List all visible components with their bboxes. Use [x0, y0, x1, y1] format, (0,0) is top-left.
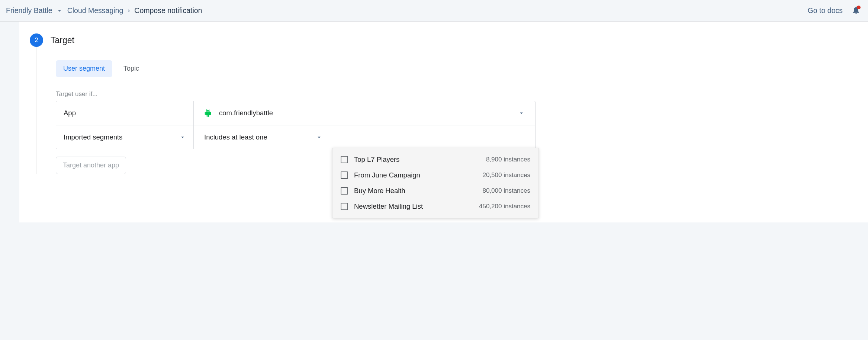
target-conditions: App com.friendlybattle Imported segments [56, 101, 536, 149]
segment-option-count: 80,000 instances [482, 187, 530, 195]
segment-type-label: Imported segments [64, 133, 122, 141]
dropdown-icon [179, 134, 186, 141]
main-panel: 2 Target User segment Topic Target user … [19, 22, 868, 222]
step-body: User segment Topic Target user if... App… [36, 47, 868, 174]
tab-user-segment[interactable]: User segment [56, 60, 112, 77]
dropdown-icon [518, 110, 525, 116]
step-title: Target [51, 35, 74, 45]
segment-option-label: Top L7 Players [354, 155, 480, 164]
notifications-button[interactable] [852, 6, 861, 16]
segment-option[interactable]: Buy More Health 80,000 instances [332, 183, 539, 199]
target-another-app-button[interactable]: Target another app [56, 157, 126, 174]
project-name: Friendly Battle [6, 6, 52, 15]
target-tabs: User segment Topic [56, 60, 868, 77]
docs-link[interactable]: Go to docs [808, 6, 843, 15]
segment-operator-selector[interactable]: Includes at least one Top L7 Players 8,9… [194, 125, 535, 149]
bell-icon [852, 6, 861, 15]
segment-option-label: Newsletter Mailing List [354, 202, 473, 211]
segment-type-selector[interactable]: Imported segments [56, 125, 194, 149]
segment-option-count: 20,500 instances [482, 171, 530, 179]
breadcrumb-service[interactable]: Cloud Messaging [67, 6, 123, 15]
segment-option[interactable]: Top L7 Players 8,900 instances [332, 152, 539, 167]
target-row-app: App com.friendlybattle [56, 101, 535, 125]
android-icon [204, 109, 212, 117]
app-id-value: com.friendlybattle [219, 109, 273, 117]
top-header: Friendly Battle Cloud Messaging › Compos… [0, 0, 868, 22]
segment-option-count: 8,900 instances [486, 156, 530, 163]
app-identity: com.friendlybattle [204, 109, 273, 117]
header-actions: Go to docs [808, 6, 862, 16]
step-heading: 2 Target [19, 33, 868, 47]
target-row-segments: Imported segments Includes at least one … [56, 125, 535, 149]
app-label-cell: App [56, 101, 194, 125]
breadcrumb-separator-icon: › [128, 7, 130, 15]
breadcrumb: Friendly Battle Cloud Messaging › Compos… [6, 6, 808, 15]
project-selector[interactable]: Friendly Battle [6, 6, 63, 15]
segment-option[interactable]: From June Campaign 20,500 instances [332, 167, 539, 183]
checkbox-icon[interactable] [341, 171, 348, 179]
breadcrumb-current: Compose notification [134, 6, 202, 15]
segment-option-label: From June Campaign [354, 171, 476, 179]
step-number-badge: 2 [30, 33, 43, 47]
checkbox-icon[interactable] [341, 203, 348, 210]
checkbox-icon[interactable] [341, 187, 348, 195]
condition-label: Target user if... [56, 90, 868, 98]
checkbox-icon[interactable] [341, 156, 348, 163]
app-value-selector[interactable]: com.friendlybattle [194, 101, 535, 125]
notification-dot-icon [857, 6, 861, 9]
tab-topic[interactable]: Topic [116, 60, 147, 77]
operator-label: Includes at least one [204, 133, 267, 141]
segment-option-count: 450,200 instances [479, 203, 530, 210]
dropdown-icon [56, 7, 63, 14]
dropdown-icon [316, 134, 322, 141]
segment-option[interactable]: Newsletter Mailing List 450,200 instance… [332, 199, 539, 214]
segment-options-dropdown: Top L7 Players 8,900 instances From June… [332, 148, 539, 218]
segment-option-label: Buy More Health [354, 187, 476, 195]
app-label: App [64, 109, 76, 117]
